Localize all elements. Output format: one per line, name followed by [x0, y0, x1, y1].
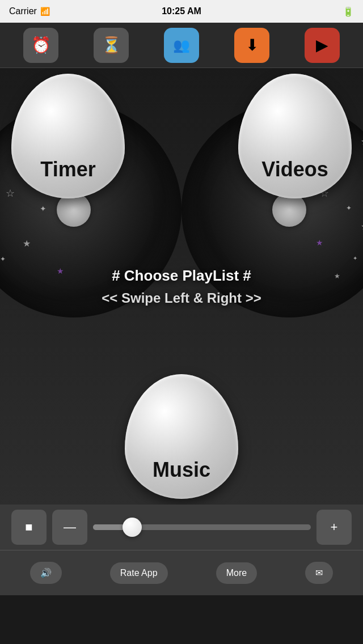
toolbar-timer-button[interactable]: ⏳: [94, 28, 129, 63]
controls-bar: ■ — +: [0, 505, 363, 550]
toolbar-video-button[interactable]: ▶: [305, 28, 340, 63]
more-label: More: [226, 568, 247, 578]
slider-thumb[interactable]: [123, 518, 142, 537]
status-time: 10:25 AM: [162, 6, 201, 16]
minus-icon: —: [64, 520, 76, 535]
wifi-icon: 📶: [40, 7, 50, 16]
volume-button[interactable]: 🔊: [30, 562, 62, 584]
plus-button[interactable]: +: [316, 510, 352, 545]
timer-drop-shape: Timer: [11, 74, 125, 198]
timer-drop-button[interactable]: Timer: [11, 74, 125, 198]
stop-icon: ■: [25, 520, 32, 535]
rate-app-button[interactable]: Rate App: [110, 562, 168, 584]
toolbar-group-button[interactable]: 👥: [164, 28, 199, 63]
plus-icon: +: [331, 520, 338, 535]
stop-button[interactable]: ■: [11, 510, 47, 545]
battery-icon: 🔋: [343, 6, 354, 17]
bottom-toolbar: 🔊 Rate App More ✉: [0, 550, 363, 595]
music-drop-label: Music: [125, 458, 238, 482]
minus-button[interactable]: —: [52, 510, 87, 545]
videos-drop-shape: Videos: [238, 74, 352, 198]
status-bar: Carrier 📶 10:25 AM 🔋: [0, 0, 363, 23]
progress-slider[interactable]: [93, 524, 311, 530]
rate-app-label: Rate App: [120, 568, 158, 578]
email-icon: ✉: [315, 567, 323, 578]
toolbar-alarm-button[interactable]: ⏰: [23, 28, 58, 63]
email-button[interactable]: ✉: [305, 562, 333, 584]
hourglass-icon: ⏳: [102, 36, 121, 54]
alarm-icon: ⏰: [31, 36, 51, 54]
video-icon: ▶: [316, 36, 328, 54]
volume-icon: 🔊: [40, 567, 52, 578]
status-right: 🔋: [343, 6, 354, 17]
music-drop-shape: Music: [125, 374, 238, 499]
download-icon: ⬇: [246, 36, 259, 54]
carrier-text: Carrier: [9, 6, 37, 16]
main-content: ✦ ★ ★ ✦ ☆ ★ ✦ ★ ★ ✦ ★ ★ ★ ✦ ☆ ★ ✦ ★ ★ ✦ …: [0, 68, 363, 505]
group-icon: 👥: [173, 37, 190, 53]
music-drop-button[interactable]: Music: [125, 374, 238, 499]
status-left: Carrier 📶: [9, 6, 50, 16]
videos-drop-button[interactable]: Videos: [238, 74, 352, 198]
more-button[interactable]: More: [216, 562, 257, 584]
videos-drop-label: Videos: [238, 158, 352, 181]
timer-drop-label: Timer: [11, 158, 125, 181]
toolbar: ⏰ ⏳ 👥 ⬇ ▶: [0, 23, 363, 68]
toolbar-download-button[interactable]: ⬇: [234, 28, 269, 63]
